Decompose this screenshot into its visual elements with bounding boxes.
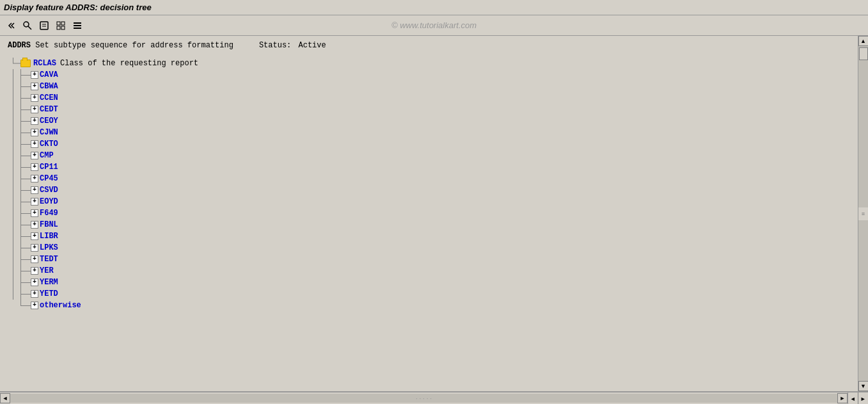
child-label: CP45 <box>40 174 58 183</box>
expand-icon[interactable]: + <box>31 140 38 148</box>
tree-child-row: +CP45 <box>8 173 850 184</box>
properties-icon[interactable] <box>37 19 51 33</box>
child-lines <box>8 300 31 311</box>
expand-icon[interactable]: + <box>31 117 38 125</box>
corner-left-arrow[interactable]: ◄ <box>848 392 858 405</box>
search-icon[interactable] <box>20 19 35 33</box>
feature-status: Status: Active <box>259 41 326 50</box>
feature-name-desc: ADDRS Set subtype sequence for address f… <box>8 41 233 50</box>
child-lines <box>8 127 31 138</box>
tree-child-row: +YERM <box>8 277 850 288</box>
child-label: F649 <box>40 209 58 218</box>
expand-icon[interactable]: + <box>31 290 38 298</box>
rclas-folder-icon <box>20 60 31 67</box>
expand-icon[interactable]: + <box>31 83 38 90</box>
svg-rect-5 <box>57 22 60 25</box>
settings-icon[interactable] <box>70 19 84 33</box>
svg-rect-10 <box>74 25 81 26</box>
child-lines <box>8 81 31 92</box>
child-label: CKTO <box>40 140 58 149</box>
expand-icon[interactable]: + <box>31 244 38 252</box>
title-bar: Display feature ADDRS: decision tree <box>0 0 868 15</box>
scroll-left-arrow[interactable]: ◄ <box>0 393 10 403</box>
tree-child-row: +CJWN <box>8 127 850 138</box>
child-lines <box>8 265 31 277</box>
child-label: CBWA <box>40 82 58 91</box>
child-label: CAVA <box>40 70 58 79</box>
tree-child-row: +CBWA <box>8 81 850 92</box>
feature-description: Set subtype sequence for address formatt… <box>35 41 233 50</box>
tree-child-row: +CMP <box>8 150 850 161</box>
child-lines <box>8 254 31 265</box>
child-label: CEDT <box>40 105 58 114</box>
child-lines <box>8 138 31 150</box>
corner-right-arrow[interactable]: ► <box>858 392 868 405</box>
previous-icon[interactable] <box>4 19 18 33</box>
expand-icon[interactable]: + <box>31 198 38 206</box>
child-lines <box>8 92 31 104</box>
tree-child-row: +otherwise <box>8 300 850 311</box>
expand-icon[interactable]: + <box>31 175 38 182</box>
scroll-thumb-vertical[interactable] <box>859 47 868 60</box>
grid-icon[interactable] <box>54 19 68 33</box>
tree-child-row: +YETD <box>8 288 850 300</box>
expand-icon[interactable]: + <box>31 232 38 240</box>
expand-icon[interactable]: + <box>31 71 38 79</box>
scroll-track-vertical[interactable] <box>858 46 869 207</box>
expand-icon[interactable]: + <box>31 94 38 102</box>
child-label: CJWN <box>40 128 58 137</box>
tree-children: +CAVA+CBWA+CCEN+CEDT+CEOY+CJWN+CKTO+CMP+… <box>8 69 850 311</box>
tree-child-row: +F649 <box>8 207 850 219</box>
child-lines <box>8 288 31 300</box>
expand-icon[interactable]: + <box>31 279 38 286</box>
corner-arrows: ◄ ► <box>848 392 868 405</box>
child-lines <box>8 184 31 196</box>
child-lines <box>8 69 31 81</box>
tree-container: RCLAS Class of the requesting report +CA… <box>8 58 850 311</box>
svg-point-0 <box>24 22 29 27</box>
tree-child-row: +LPKS <box>8 242 850 254</box>
expand-icon[interactable]: + <box>31 106 38 113</box>
tree-child-row: +CP11 <box>8 161 850 173</box>
expand-icon[interactable]: + <box>31 221 38 229</box>
svg-rect-6 <box>61 22 65 25</box>
scroll-down-arrow[interactable]: ▼ <box>858 381 869 391</box>
sash-divider: ≡ <box>859 207 868 220</box>
toolbar: © www.tutorialkart.com <box>0 15 868 36</box>
scroll-right-arrow[interactable]: ► <box>837 393 848 403</box>
expand-icon[interactable]: + <box>31 186 38 194</box>
expand-icon[interactable]: + <box>31 302 38 309</box>
expand-icon[interactable]: + <box>31 267 38 275</box>
content-scroll[interactable]: ADDRS Set subtype sequence for address f… <box>0 36 858 391</box>
h-scroll-dots: · · · · · <box>416 395 432 402</box>
expand-icon[interactable]: + <box>31 209 38 217</box>
child-lines <box>8 104 31 115</box>
bottom-bar: ◄ · · · · · ► ◄ ► <box>0 391 868 404</box>
status-value: Active <box>299 41 326 50</box>
child-lines <box>8 219 31 230</box>
scroll-up-arrow[interactable]: ▲ <box>858 36 869 46</box>
tree-child-row: +CEDT <box>8 104 850 115</box>
scroll-track-vertical-2[interactable] <box>858 220 869 382</box>
expand-icon[interactable]: + <box>31 163 38 171</box>
child-lines <box>8 196 31 207</box>
child-lines <box>8 115 31 127</box>
feature-name: ADDRS <box>8 41 31 50</box>
tree-child-row: +TEDT <box>8 254 850 265</box>
child-label: CCEN <box>40 93 58 102</box>
expand-icon[interactable]: + <box>31 129 38 136</box>
svg-rect-11 <box>74 28 81 29</box>
h-scroll-track[interactable]: · · · · · <box>10 394 837 403</box>
svg-rect-7 <box>57 26 60 29</box>
expand-icon[interactable]: + <box>31 152 38 159</box>
child-label: FBNL <box>40 220 58 229</box>
child-label: CSVD <box>40 186 58 195</box>
root-lines <box>8 58 20 69</box>
expand-icon[interactable]: + <box>31 255 38 263</box>
tree-child-row: +YER <box>8 265 850 277</box>
right-scrollbar[interactable]: ▲ ≡ ▼ <box>858 36 868 391</box>
tree-child-row: +EOYD <box>8 196 850 207</box>
child-lines <box>8 230 31 242</box>
bottom-scrollbar[interactable]: ◄ · · · · · ► <box>0 392 848 405</box>
child-label: CMP <box>40 151 54 160</box>
